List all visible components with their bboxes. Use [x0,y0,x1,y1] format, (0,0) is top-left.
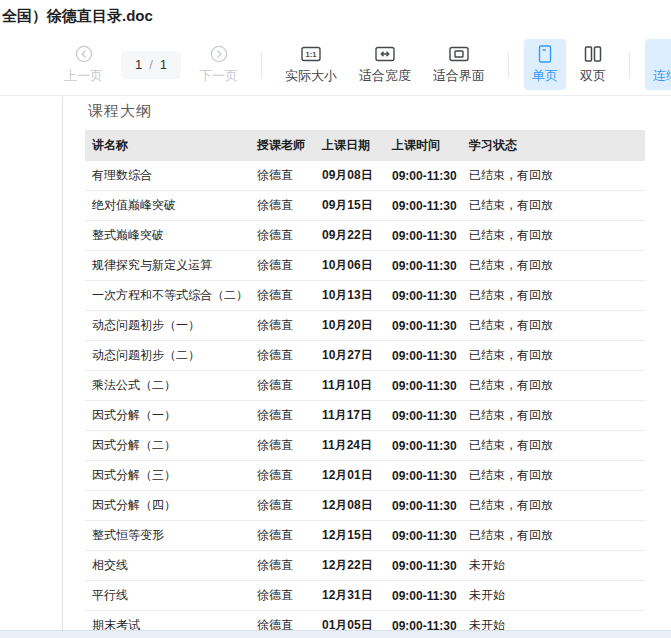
table-cell: 09:00-11:30 [385,199,462,213]
table-cell: 因式分解（四） [85,497,250,514]
table-cell: 徐德直 [250,317,315,334]
table-row: 一次方程和不等式综合（二）徐德直10月13日09:00-11:30已结束，有回放 [85,281,645,311]
fit-screen-button[interactable]: 适合界面 [425,39,493,90]
table-cell: 01月05日 [315,617,385,630]
table-cell: 整式巅峰突破 [85,227,250,244]
table-cell: 动态问题初步（一） [85,317,250,334]
table-cell: 12月08日 [315,497,385,514]
double-page-label: 双页 [580,67,606,85]
arrows-horizontal-box-icon [374,44,396,64]
table-cell: 已结束，有回放 [462,167,645,184]
table-cell: 绝对值巅峰突破 [85,197,250,214]
actual-size-label: 实际大小 [285,67,337,85]
table-body: 有理数综合徐德直09月08日09:00-11:30已结束，有回放绝对值巅峰突破徐… [85,161,645,630]
table-cell: 09:00-11:30 [385,529,462,543]
table-cell: 已结束，有回放 [462,287,645,304]
single-page-label: 单页 [532,67,558,85]
table-cell: 未开始 [462,557,645,574]
table-cell: 徐德直 [250,587,315,604]
table-cell: 徐德直 [250,227,315,244]
column-header: 授课老师 [250,137,315,154]
table-cell: 徐德直 [250,257,315,274]
column-header: 上课时间 [385,137,462,154]
double-page-button[interactable]: 双页 [572,39,614,90]
title-bar: 全国）徐德直目录.doc [0,0,671,34]
table-cell: 徐德直 [250,557,315,574]
table-cell: 09月08日 [315,167,385,184]
table-cell: 09:00-11:30 [385,349,462,363]
chevron-right-circle-icon [209,44,229,64]
viewer-toolbar: 上一页 1 / 1 下一页 1:1 实际大小 [0,34,671,96]
one-to-one-icon: 1:1 [300,44,322,64]
table-cell: 已结束，有回放 [462,437,645,454]
table-cell: 因式分解（三） [85,467,250,484]
table-row: 乘法公式（二）徐德直11月10日09:00-11:30已结束，有回放 [85,371,645,401]
table-cell: 规律探究与新定义运算 [85,257,250,274]
table-row: 因式分解（四）徐德直12月08日09:00-11:30已结束，有回放 [85,491,645,521]
course-outline-heading: 课程大纲 [88,102,152,121]
table-cell: 期末考试 [85,617,250,630]
column-header: 讲名称 [85,137,250,154]
table-row: 动态问题初步（一）徐德直10月20日09:00-11:30已结束，有回放 [85,311,645,341]
table-cell: 徐德直 [250,437,315,454]
table-cell: 已结束，有回放 [462,227,645,244]
course-table: 讲名称 授课老师 上课日期 上课时间 学习状态 有理数综合徐德直09月08日09… [85,130,645,630]
table-cell: 已结束，有回放 [462,407,645,424]
table-row: 期末考试徐德直01月05日09:00-11:30未开始 [85,611,645,630]
table-cell: 已结束，有回放 [462,347,645,364]
page-separator: / [149,57,153,72]
table-cell: 一次方程和不等式综合（二） [85,287,250,304]
table-row: 有理数综合徐德直09月08日09:00-11:30已结束，有回放 [85,161,645,191]
table-cell: 平行线 [85,587,250,604]
table-header-row: 讲名称 授课老师 上课日期 上课时间 学习状态 [85,130,645,161]
table-cell: 09:00-11:30 [385,589,462,603]
table-cell: 12月22日 [315,557,385,574]
chevron-left-circle-icon [74,44,94,64]
table-cell: 已结束，有回放 [462,467,645,484]
fit-width-label: 适合宽度 [359,67,411,85]
table-row: 相交线徐德直12月22日09:00-11:30未开始 [85,551,645,581]
prev-page-button[interactable]: 上一页 [56,39,111,90]
table-cell: 09:00-11:30 [385,619,462,631]
table-cell: 有理数综合 [85,167,250,184]
table-cell: 乘法公式（二） [85,377,250,394]
single-page-button[interactable]: 单页 [524,39,566,90]
prev-page-label: 上一页 [64,67,103,85]
table-cell: 徐德直 [250,197,315,214]
table-cell: 09:00-11:30 [385,169,462,183]
column-header: 学习状态 [462,137,645,154]
table-cell: 09:00-11:30 [385,259,462,273]
table-cell: 12月31日 [315,587,385,604]
toolbar-divider [629,52,630,78]
table-cell: 已结束，有回放 [462,497,645,514]
table-cell: 徐德直 [250,377,315,394]
table-row: 因式分解（三）徐德直12月01日09:00-11:30已结束，有回放 [85,461,645,491]
table-row: 整式恒等变形徐德直12月15日09:00-11:30已结束，有回放 [85,521,645,551]
column-header: 上课日期 [315,137,385,154]
page-total: 1 [160,57,167,72]
table-row: 动态问题初步（二）徐德直10月27日09:00-11:30已结束，有回放 [85,341,645,371]
double-page-icon [582,44,604,64]
table-cell: 10月13日 [315,287,385,304]
table-cell: 徐德直 [250,467,315,484]
toolbar-divider [508,52,509,78]
next-page-label: 下一页 [199,67,238,85]
table-row: 整式巅峰突破徐德直09月22日09:00-11:30已结束，有回放 [85,221,645,251]
fit-width-button[interactable]: 适合宽度 [351,39,419,90]
fit-screen-label: 适合界面 [433,67,485,85]
continuous-scroll-label: 连续滚动 [653,67,671,85]
table-cell: 徐德直 [250,407,315,424]
next-page-button[interactable]: 下一页 [191,39,246,90]
page-indicator[interactable]: 1 / 1 [121,51,181,79]
actual-size-button[interactable]: 1:1 实际大小 [277,39,345,90]
table-cell: 未开始 [462,587,645,604]
table-cell: 11月17日 [315,407,385,424]
table-cell: 徐德直 [250,347,315,364]
table-cell: 已结束，有回放 [462,257,645,274]
continuous-scroll-button[interactable]: 连续滚动 [645,39,671,90]
document-area[interactable]: 课程大纲 讲名称 授课老师 上课日期 上课时间 学习状态 有理数综合徐德直09月… [0,97,671,630]
table-cell: 09:00-11:30 [385,319,462,333]
table-cell: 09月22日 [315,227,385,244]
table-cell: 10月20日 [315,317,385,334]
page-current: 1 [135,57,142,72]
